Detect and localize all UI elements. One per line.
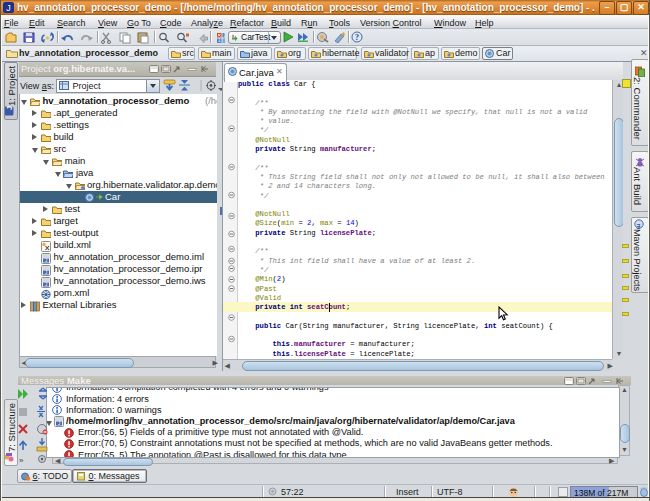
svg-text:1: 1 [223,33,225,38]
svg-text:?: ? [355,33,359,42]
svg-text:J: J [4,106,13,110]
svg-text:»: » [19,456,24,465]
svg-text:m: m [636,224,642,229]
svg-text:J: J [6,3,11,13]
